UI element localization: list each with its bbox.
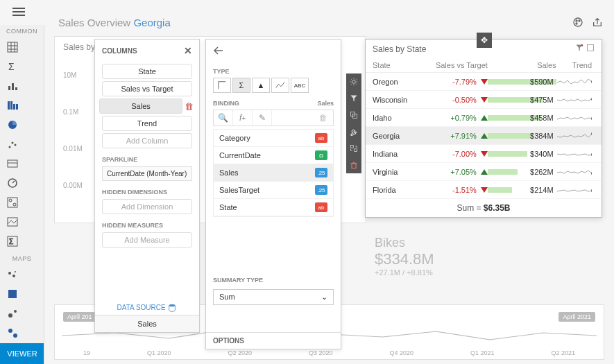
filter-icon[interactable]	[346, 90, 361, 107]
column-chart-icon[interactable]	[3, 96, 22, 114]
search-icon[interactable]: 🔍	[214, 110, 233, 125]
type-text-icon[interactable]: ABC	[291, 78, 309, 93]
sigma-icon[interactable]: Σ	[3, 58, 22, 76]
add-column-button[interactable]: Add Column	[102, 133, 192, 148]
columns-footer-tab[interactable]: Sales	[95, 315, 199, 332]
svg-point-27	[13, 203, 16, 206]
timeline-end-tag[interactable]: April 2021	[558, 312, 595, 322]
move-handle-icon[interactable]: ✥	[477, 33, 492, 48]
binding-badge: .25	[315, 168, 327, 177]
export-icon[interactable]	[592, 17, 603, 30]
data-source-link[interactable]: DATA SOURCE	[95, 303, 199, 313]
column-item-state[interactable]: State	[102, 64, 192, 79]
type-line-icon[interactable]	[213, 78, 231, 93]
gear-icon[interactable]	[346, 73, 361, 90]
svg-point-26	[9, 199, 12, 202]
hidden-meas-label: HIDDEN MEASURES	[95, 216, 199, 230]
edit-icon[interactable]: ✎	[253, 110, 272, 125]
convert-icon[interactable]	[346, 140, 361, 157]
grid-maximize-icon[interactable]	[586, 44, 595, 54]
binding-row[interactable]: Sales.25	[214, 164, 333, 182]
breadcrumb-root[interactable]: Sales Overview	[58, 17, 130, 28]
grid-icon[interactable]	[3, 38, 22, 56]
sparkline-field[interactable]: CurrentDate (Month-Year)	[102, 166, 192, 181]
fx-icon[interactable]: f+	[233, 110, 253, 125]
table-row[interactable]: Wisconsin-0.50%$475M	[366, 91, 602, 109]
delete-column-icon[interactable]: 🗑	[182, 101, 195, 112]
back-button[interactable]	[206, 40, 341, 64]
table-row[interactable]: Oregon-7.79%$590M	[366, 73, 602, 91]
svg-point-73	[581, 44, 583, 46]
type-delta-icon[interactable]: ▲	[252, 78, 270, 93]
timeline-start-tag[interactable]: April 201	[63, 312, 96, 322]
options-section[interactable]: OPTIONS	[206, 332, 341, 349]
svg-rect-4	[8, 42, 17, 52]
add-measure-button[interactable]: Add Measure	[102, 232, 192, 248]
table-row[interactable]: Indiana-7.00%$340M	[366, 145, 602, 163]
cell-trend	[556, 112, 595, 124]
svg-rect-68	[355, 149, 357, 152]
add-dimension-button[interactable]: Add Dimension	[102, 199, 192, 214]
pie-map-icon[interactable]	[3, 324, 22, 342]
type-sigma-icon[interactable]: Σ	[232, 78, 250, 93]
svg-point-33	[15, 271, 16, 272]
layers-icon[interactable]	[346, 107, 361, 123]
table-row[interactable]: Virginia+7.05%$262M	[366, 163, 602, 181]
table-row[interactable]: Georgia+7.91%$384M	[366, 127, 602, 145]
image-icon[interactable]	[3, 213, 22, 231]
bubble-map-icon[interactable]	[3, 304, 22, 322]
palette-icon[interactable]	[572, 17, 583, 30]
binding-badge: ab	[315, 133, 327, 143]
svg-point-38	[13, 333, 17, 338]
cell-trend	[556, 76, 595, 88]
binding-row[interactable]: Categoryab	[214, 130, 333, 147]
svg-rect-67	[351, 146, 354, 148]
header-state[interactable]: State	[373, 61, 426, 69]
svg-point-35	[8, 313, 12, 318]
card-icon[interactable]	[3, 155, 22, 173]
svg-point-18	[9, 146, 11, 148]
type-spark-icon[interactable]	[271, 78, 289, 93]
svg-point-37	[8, 329, 12, 333]
geopoint-icon[interactable]	[3, 285, 22, 303]
binding-row[interactable]: SalesTarget.25	[214, 182, 333, 199]
column-item-sales-vs-target[interactable]: Sales vs Target	[102, 81, 192, 96]
binding-row-name: CurrentDate	[219, 151, 261, 159]
cell-sales: $384M	[488, 132, 556, 140]
pivot-icon[interactable]: Σ	[3, 232, 22, 250]
choropleth-icon[interactable]	[3, 266, 22, 284]
table-row[interactable]: Florida-1.51%$214M	[366, 181, 602, 199]
header-svt[interactable]: Sales vs Target	[426, 61, 488, 69]
table-row[interactable]: Idaho+0.79%$458M	[366, 109, 602, 127]
gauge-icon[interactable]	[3, 174, 22, 192]
breadcrumb-current[interactable]: Georgia	[133, 17, 170, 28]
type-label: TYPE	[206, 64, 341, 78]
viewer-button[interactable]: VIEWER	[0, 343, 44, 364]
treemap-icon[interactable]	[3, 193, 22, 211]
grid-header: State Sales vs Target Sales Trend	[366, 58, 602, 73]
trash-icon[interactable]	[346, 157, 361, 173]
cell-sales: $340M	[488, 150, 556, 158]
pie-chart-icon[interactable]	[3, 116, 22, 134]
binding-row[interactable]: CurrentDate◘	[214, 147, 333, 164]
bar-chart-icon[interactable]	[3, 77, 22, 95]
column-item-trend[interactable]: Trend	[102, 116, 192, 131]
header-sales[interactable]: Sales	[488, 61, 556, 69]
column-item-sales[interactable]: Sales	[99, 98, 182, 114]
scatter-chart-icon[interactable]	[3, 135, 22, 153]
binding-row[interactable]: Stateab	[214, 199, 333, 216]
binding-right-label: Sales	[317, 100, 334, 107]
timeline-tick: Q4 2020	[389, 349, 413, 356]
svg-point-76	[591, 98, 592, 101]
menu-toggle[interactable]	[12, 6, 25, 18]
sidebar-section-common: COMMON	[0, 25, 44, 36]
grid-footer: Sum = $6.35B	[366, 199, 602, 217]
close-icon[interactable]: ✕	[184, 45, 192, 56]
svg-rect-21	[8, 160, 17, 167]
summary-type-select[interactable]: Sum ⌄	[213, 289, 334, 305]
delete-icon[interactable]: 🗑	[314, 110, 333, 125]
wrench-icon[interactable]	[346, 123, 361, 140]
header-trend[interactable]: Trend	[556, 61, 595, 69]
binding-row-name: Category	[219, 134, 250, 142]
grid-filter-icon[interactable]	[575, 44, 583, 54]
